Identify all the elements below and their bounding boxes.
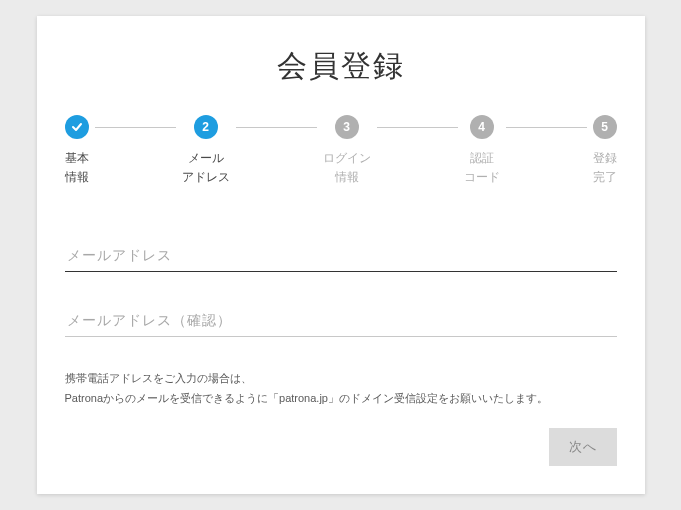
step-auth-code: 4 認証 コード: [464, 115, 500, 187]
step-complete: 5 登録 完了: [593, 115, 617, 187]
step-label: 基本 情報: [65, 149, 89, 187]
progress-stepper: 基本 情報 2 メール アドレス 3 ログイン 情報 4 認証 コード: [65, 115, 617, 187]
step-connector: [506, 127, 587, 128]
domain-note: 携帯電話アドレスをご入力の場合は、 Patronaからのメールを受信できるように…: [65, 369, 617, 409]
email-field-wrapper: [65, 239, 617, 272]
step-label: 認証 コード: [464, 149, 500, 187]
step-mail-address: 2 メール アドレス: [182, 115, 230, 187]
next-button[interactable]: 次へ: [549, 428, 617, 466]
step-connector: [377, 127, 458, 128]
step-number: 2: [194, 115, 218, 139]
email-confirm-input[interactable]: [65, 304, 617, 337]
actions-row: 次へ: [65, 428, 617, 466]
check-icon: [65, 115, 89, 139]
step-number: 5: [593, 115, 617, 139]
step-label: ログイン 情報: [323, 149, 371, 187]
registration-card: 会員登録 基本 情報 2 メール アドレス 3 ログイン 情報: [37, 16, 645, 495]
step-number: 3: [335, 115, 359, 139]
step-number: 4: [470, 115, 494, 139]
email-confirm-field-wrapper: [65, 304, 617, 337]
page-title: 会員登録: [65, 46, 617, 87]
step-connector: [95, 127, 176, 128]
step-label: 登録 完了: [593, 149, 617, 187]
step-basic-info: 基本 情報: [65, 115, 89, 187]
step-login-info: 3 ログイン 情報: [323, 115, 371, 187]
step-label: メール アドレス: [182, 149, 230, 187]
email-input[interactable]: [65, 239, 617, 272]
step-connector: [236, 127, 317, 128]
